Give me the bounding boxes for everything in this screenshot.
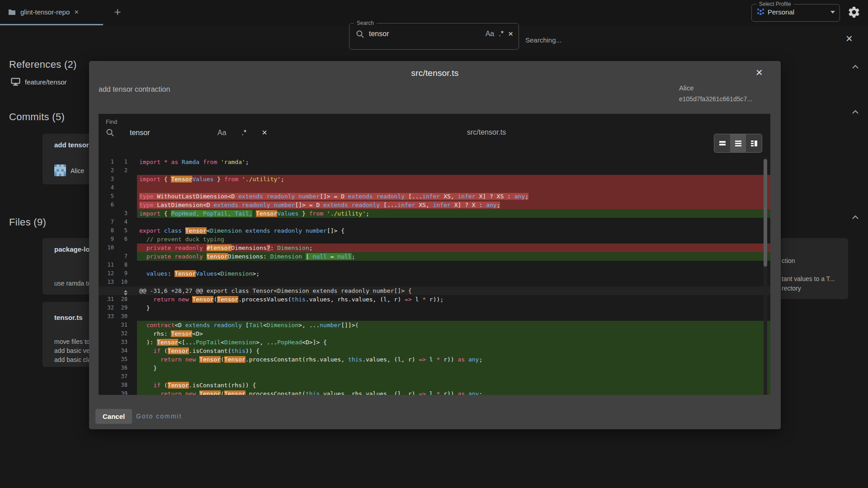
global-search-input[interactable]: tensor bbox=[369, 30, 481, 38]
view-unified-button[interactable] bbox=[730, 134, 746, 152]
diff-panel: Find tensor Aa .* × src/tensor.ts 11impo… bbox=[99, 114, 770, 395]
commit-meta: Alice e105d7fa3261c661d5c7... bbox=[679, 83, 772, 104]
commit-author-name: Alice bbox=[71, 167, 84, 174]
cancel-button[interactable]: Cancel bbox=[95, 409, 132, 424]
diff-modal: src/tensor.ts × add tensor contraction A… bbox=[89, 61, 781, 429]
diff-row: 85export class Tensor<Dimension extends … bbox=[99, 226, 770, 235]
find-match-case-toggle[interactable]: Aa bbox=[217, 129, 226, 137]
diff-row: 4 bbox=[99, 183, 770, 192]
diff-row: 3import { TensorValues } from './utility… bbox=[99, 175, 770, 183]
app-window: { "window": { "tab": { "label": "glint-t… bbox=[0, 0, 868, 488]
diff-scrollbar-thumb[interactable] bbox=[764, 159, 767, 267]
diff-row: 3229 } bbox=[99, 304, 770, 312]
find-clear-icon[interactable]: × bbox=[262, 127, 267, 138]
commit-meta-hash: e105d7fa3261c661d5c7... bbox=[679, 94, 772, 104]
view-unified-compact-button[interactable] bbox=[714, 134, 730, 152]
file-card-fragment: rectory bbox=[782, 285, 801, 292]
profile-select[interactable]: Select Profile Personal bbox=[751, 1, 840, 22]
find-search-icon bbox=[106, 128, 114, 137]
file-card-fragment: ction bbox=[782, 257, 795, 264]
diff-row: 35 return new Tensor(Tensor.processConst… bbox=[99, 355, 770, 364]
collapse-references-icon[interactable] bbox=[852, 65, 859, 69]
file-card-fragment: tant values to a T... bbox=[782, 275, 835, 282]
tab-close-icon[interactable]: × bbox=[74, 8, 79, 16]
unified-lines-icon bbox=[734, 139, 742, 147]
diff-row: 118 bbox=[99, 261, 770, 269]
find-regex-toggle[interactable]: .* bbox=[242, 129, 247, 137]
diff-view-toggle bbox=[714, 134, 762, 153]
view-split-button[interactable] bbox=[746, 134, 762, 152]
repo-tab[interactable]: glint-tensor-repo × bbox=[0, 0, 103, 24]
diff-scrollbar[interactable] bbox=[764, 158, 767, 395]
diff-row: 39 return new Tensor(Tensor.processConst… bbox=[99, 389, 770, 395]
new-tab-button[interactable]: + bbox=[110, 4, 125, 20]
global-search[interactable]: Search tensor Aa .* × bbox=[349, 20, 519, 50]
diff-row: @@ -31,6 +28,27 @@ export class Tensor<D… bbox=[99, 286, 770, 295]
diff-rows: 11import * as Ramda from 'ramda';223impo… bbox=[99, 158, 770, 395]
avatar bbox=[54, 164, 66, 176]
file-card-title: tensor.ts bbox=[54, 314, 83, 321]
profile-identicon-icon bbox=[757, 9, 764, 15]
diff-row: 3import { PopHead, PopTail, Tail, Tensor… bbox=[99, 209, 770, 218]
commits-heading: Commits (5) bbox=[9, 111, 65, 123]
regex-toggle[interactable]: .* bbox=[499, 30, 504, 38]
diff-row: 22 bbox=[99, 166, 770, 175]
diff-row: 3330 bbox=[99, 312, 770, 321]
folder-icon bbox=[8, 9, 16, 15]
commit-meta-author: Alice bbox=[679, 83, 772, 94]
diff-row: 37 bbox=[99, 372, 770, 381]
unified-compact-icon bbox=[718, 139, 726, 147]
references-heading: References (2) bbox=[9, 59, 77, 70]
diff-row: 7 private readonly tensorDimensions: Dim… bbox=[99, 252, 770, 261]
diff-row: 3128 return new Tensor(Tensor.processVal… bbox=[99, 295, 770, 304]
diff-row: 10 private readonly #tensorDimensions?: … bbox=[99, 244, 770, 252]
profile-current-value: Personal bbox=[768, 8, 827, 16]
diff-row: 38 if (Tensor.isConstant(rhs)) { bbox=[99, 381, 770, 389]
search-overlay-close-icon[interactable]: × bbox=[846, 33, 853, 44]
global-search-label: Search bbox=[354, 20, 377, 26]
diff-row: 6type LastDimension<D extends readonly n… bbox=[99, 201, 770, 209]
find-input[interactable]: tensor bbox=[130, 129, 202, 137]
match-case-toggle[interactable]: Aa bbox=[486, 30, 495, 38]
sidebar-item-branch[interactable]: feature/tensor bbox=[11, 78, 67, 86]
diff-row: 31 contract<D extends readonly [Tail<Dim… bbox=[99, 321, 770, 329]
profile-select-value-row[interactable]: Personal bbox=[752, 7, 840, 16]
repo-tab-label: glint-tensor-repo bbox=[20, 8, 70, 16]
settings-gear-icon[interactable] bbox=[847, 5, 861, 19]
modal-close-icon[interactable]: × bbox=[756, 66, 763, 78]
collapse-files-icon[interactable] bbox=[852, 215, 859, 220]
diff-row: 11import * as Ramda from 'ramda'; bbox=[99, 158, 770, 166]
find-label: Find bbox=[106, 118, 117, 125]
branch-name: feature/tensor bbox=[25, 78, 67, 86]
diff-row: 32 rhs: Tensor<D> bbox=[99, 329, 770, 338]
goto-commit-button[interactable]: Goto commit bbox=[136, 413, 182, 420]
split-view-icon bbox=[750, 139, 758, 147]
diff-row: 34 if (Tensor.isConstant(this)) { bbox=[99, 347, 770, 355]
diff-row: 129 values: TensorValues<Dimension>; bbox=[99, 269, 770, 278]
diff-row: 5type WithoutLastDimension<D extends rea… bbox=[99, 192, 770, 201]
profile-select-label: Select Profile bbox=[756, 1, 794, 7]
diff-row: 1310 bbox=[99, 278, 770, 286]
diff-row: 36 } bbox=[99, 364, 770, 372]
diff-row: 96 // prevent duck typing bbox=[99, 235, 770, 244]
collapse-commits-icon[interactable] bbox=[852, 110, 859, 114]
search-icon bbox=[356, 30, 364, 38]
files-heading: Files (9) bbox=[9, 216, 46, 228]
diff-row: 74 bbox=[99, 218, 770, 226]
diff-filename: src/tensor.ts bbox=[467, 128, 506, 136]
monitor-icon bbox=[11, 78, 20, 86]
modal-title: src/tensor.ts bbox=[89, 68, 781, 78]
commit-message: add tensor contraction bbox=[99, 85, 170, 94]
chevron-down-icon bbox=[830, 11, 835, 14]
clear-search-icon[interactable]: × bbox=[508, 29, 513, 39]
active-tab-indicator bbox=[0, 24, 103, 25]
search-status: Searching... bbox=[525, 36, 561, 44]
diff-row: 33 ): Tensor<[...PopTail<Dimension>, ...… bbox=[99, 338, 770, 347]
